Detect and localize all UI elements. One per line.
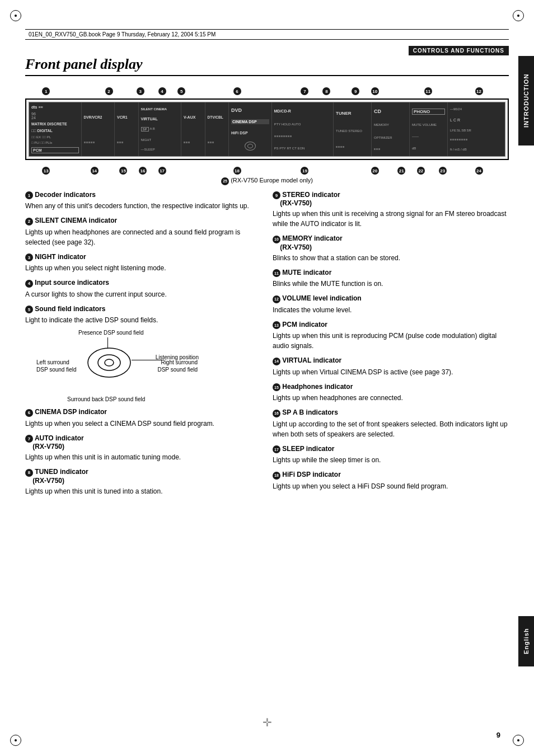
- callout-11-top: 11: [424, 87, 432, 95]
- num-circle-1: 1: [25, 191, 33, 199]
- display-panel: dts ≡≡ 9624 MATRIX DISCRETE □□ DIGITAL □…: [25, 98, 509, 160]
- desc-item-13: 13 PCM indicator Lights up when this uni…: [273, 321, 509, 351]
- desc-item-16: 16 SP A B indicators Light up according …: [273, 408, 509, 439]
- callout-10-top: 10: [371, 87, 379, 95]
- desc-item-5: 5 Sound field indicators Light to indica…: [25, 305, 261, 403]
- panel-section-vcr1: VCR1: [115, 102, 139, 156]
- callout-22-bottom: 22: [417, 167, 425, 175]
- controls-header: CONTROLS AND FUNCTIONS: [409, 46, 509, 55]
- callout-2-top: 2: [105, 87, 113, 95]
- desc-item-14: 14 VIRTUAL indicator Lights up when Virt…: [273, 356, 509, 377]
- desc-item-17: 17 SLEEP indicator Lights up while the s…: [273, 445, 509, 466]
- num-circle-6: 6: [25, 409, 33, 417]
- desc-item-7: 7 AUTO indicator (RX-V750) Lights up whe…: [25, 434, 261, 463]
- callout-16-bottom: 16: [139, 167, 147, 175]
- sf-top-label: Presence DSP sound field: [78, 330, 144, 336]
- desc-col-right: 9 STEREO indicator (RX-V750) Lights up w…: [273, 191, 509, 502]
- panel-section-tuner: TUNER TUNED STEREO: [334, 102, 372, 156]
- corner-mark-bl: [10, 735, 21, 746]
- panel-section-vaux: V-AUX: [181, 102, 205, 156]
- desc-item-4: 4 Input source indicators A cursor light…: [25, 279, 261, 299]
- sidebar-introduction: INTRODUCTION: [518, 56, 534, 145]
- callout-1-top: 1: [42, 87, 50, 95]
- desc-item-6: 6 CINEMA DSP indicator Lights up when yo…: [25, 408, 261, 429]
- panel-section-dts: dts ≡≡ 9624 MATRIX DISCRETE □□ DIGITAL □…: [29, 102, 82, 156]
- desc-item-9: 9 STEREO indicator (RX-V750) Lights up w…: [273, 191, 509, 229]
- panel-section-phono: PHONO MUTE VOLUME —— dB: [410, 102, 448, 156]
- panel-section-mdcdr: MD/CD-R PTY HOLD AUTO PS PTY RT CT EON: [272, 102, 334, 156]
- main-content: Front panel display 1 2 3 4 5 6 7 8 9 10…: [25, 56, 509, 502]
- callout-3-top: 3: [137, 87, 144, 95]
- panel-section-cd: CD MEMORY OPTIMIZER: [372, 102, 410, 156]
- callout-19-bottom: 19: [301, 167, 308, 175]
- desc-item-1: 1 Decoder indicators When any of this un…: [25, 191, 261, 212]
- svg-point-2: [105, 359, 114, 366]
- callout-6-top: 6: [233, 87, 241, 95]
- desc-item-15: 15 Headphones indicator Lights up when h…: [273, 383, 509, 403]
- sf-outer-circle: [87, 346, 132, 379]
- callout-18-bottom: 18: [233, 167, 241, 175]
- callout-14-bottom: 14: [91, 167, 99, 175]
- sidebar-english: English: [518, 616, 534, 666]
- callout-21-bottom: 21: [397, 167, 405, 175]
- num-circle-11: 11: [273, 269, 280, 277]
- europe-note: 25 (RX-V750 Europe model only): [25, 177, 509, 185]
- desc-item-2: 2 SILENT CINEMA indicator Lights up when…: [25, 217, 261, 247]
- page-number: 9: [496, 731, 500, 739]
- num-circle-17: 17: [273, 445, 280, 453]
- callout-23-bottom: 23: [439, 167, 447, 175]
- corner-mark-br: [513, 735, 524, 746]
- num-circle-14: 14: [273, 358, 280, 365]
- desc-item-12: 12 VOLUME level indication Indicates the…: [273, 294, 509, 315]
- num-circle-13: 13: [273, 321, 280, 329]
- num-circle-2: 2: [25, 218, 33, 226]
- callout-15-bottom: 15: [119, 167, 127, 175]
- panel-section-dvr: DVR/VCR2: [82, 102, 115, 156]
- num-circle-4: 4: [25, 280, 33, 288]
- callouts-top: 1 2 3 4 5 6 7 8 9 10 11 12: [25, 85, 509, 97]
- callout-17-bottom: 17: [158, 167, 166, 175]
- svg-point-1: [98, 355, 120, 370]
- panel-section-dtv: DTV/CBL: [205, 102, 229, 156]
- num-circle-16: 16: [273, 410, 280, 417]
- sf-bottom-label: Surround back DSP sound field: [67, 396, 145, 402]
- desc-item-11: 11 MUTE indicator Blinks while the MUTE …: [273, 269, 509, 289]
- desc-item-8: 8 TUNED indicator (RX-V750) Lights up wh…: [25, 468, 261, 496]
- panel-section-levels: —96/24 LCR LFESLSBSR ft / mS / dB: [448, 102, 505, 156]
- callout-9-top: 9: [352, 87, 359, 95]
- callout-12-top: 12: [475, 87, 483, 95]
- panel-section-dvd: DVD CINEMA DSP HiFi DSP: [229, 102, 272, 156]
- desc-item-18: 18 HiFi DSP indicator Lights up when you…: [273, 471, 509, 491]
- corner-mark-tl: [10, 10, 21, 21]
- num-circle-10: 10: [273, 236, 280, 243]
- desc-col-left: 1 Decoder indicators When any of this un…: [25, 191, 261, 502]
- num-circle-7: 7: [25, 435, 33, 443]
- num-circle-3: 3: [25, 253, 33, 261]
- callout-24-bottom: 24: [475, 167, 483, 175]
- callout-5-top: 5: [177, 87, 185, 95]
- callout-7-top: 7: [301, 87, 308, 95]
- num-circle-15: 15: [273, 383, 280, 391]
- panel-section-silent: SILENT CINEMA VIRTUAL SP A B NIGHT —SLEE…: [139, 102, 182, 156]
- sf-left-label: Left surroundDSP sound field: [36, 359, 77, 373]
- page-title: Front panel display: [25, 56, 509, 76]
- callout-13-bottom: 13: [42, 167, 50, 175]
- desc-item-3: 3 NIGHT indicator Lights up when you sel…: [25, 253, 261, 274]
- num-circle-5: 5: [25, 306, 33, 313]
- callout-8-top: 8: [322, 87, 330, 95]
- num-circle-8: 8: [25, 469, 33, 477]
- svg-point-0: [88, 348, 130, 377]
- num-circle-18: 18: [273, 472, 280, 480]
- center-cross-bottom: ✛: [263, 716, 272, 729]
- display-panel-inner: dts ≡≡ 9624 MATRIX DISCRETE □□ DIGITAL □…: [29, 102, 505, 157]
- sf-right-label: Right surroundDSP sound field: [157, 359, 198, 373]
- descriptions-columns: 1 Decoder indicators When any of this un…: [25, 191, 509, 502]
- callout-4-top: 4: [158, 87, 166, 95]
- corner-mark-tr: [513, 10, 524, 21]
- file-info-bar: 01EN_00_RXV750_GB.book Page 9 Thursday, …: [25, 29, 509, 40]
- callouts-bottom: 13 14 15 16 17 18 19 20 21 22 23 24: [25, 165, 509, 177]
- sound-field-diagram: Presence DSP sound field Listening posit…: [36, 330, 199, 402]
- num-circle-9: 9: [273, 191, 280, 199]
- callout-20-bottom: 20: [371, 167, 379, 175]
- desc-item-10: 10 MEMORY indicator (RX-V750) Blinks to …: [273, 234, 509, 263]
